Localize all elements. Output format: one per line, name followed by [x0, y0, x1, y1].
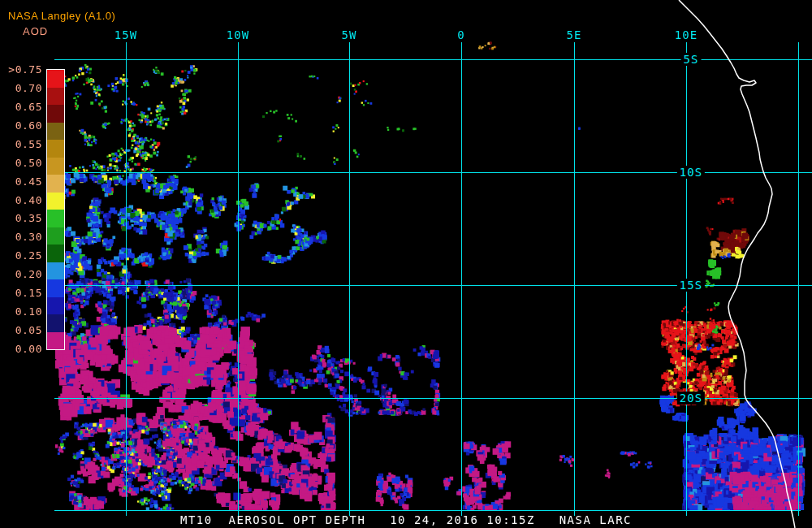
- legend-value-label: 0.55: [0, 137, 42, 149]
- product-subtitle: AOD: [23, 25, 48, 37]
- legend-band: [47, 332, 64, 350]
- legend-value-label: 0.20: [0, 268, 42, 280]
- legend-value-label: 0.50: [0, 156, 42, 168]
- legend-value-label: 0.00: [0, 343, 42, 355]
- legend-band: [47, 262, 64, 280]
- lat-label: 10S: [677, 166, 705, 179]
- aerosol-map-canvas: [0, 0, 812, 528]
- legend-band: [47, 158, 64, 175]
- legend-band: [47, 297, 64, 315]
- legend-band: [47, 140, 64, 158]
- legend-value-label: 0.65: [0, 100, 42, 112]
- legend-value-label: 0.45: [0, 175, 42, 187]
- product-title: NASA Langley (A1.0): [8, 10, 115, 22]
- lon-label: 15W: [114, 28, 137, 41]
- lon-label: 10W: [227, 28, 249, 41]
- legend-value-label: 0.15: [0, 287, 42, 299]
- legend-band: [47, 210, 64, 227]
- legend-band: [47, 279, 64, 297]
- legend-band: [47, 245, 64, 262]
- lat-label: 5S: [681, 53, 702, 66]
- legend-value-label: 0.25: [0, 249, 42, 262]
- legend-band: [47, 227, 64, 245]
- legend-band: [47, 193, 64, 210]
- legend-band: [47, 88, 64, 106]
- legend-value-label: >0.75: [0, 63, 42, 76]
- lon-label: 5E: [567, 28, 582, 41]
- legend-value-label: 0.10: [0, 305, 42, 318]
- legend-band: [47, 175, 64, 193]
- legend-band: [47, 314, 64, 332]
- legend-value-label: 0.40: [0, 193, 42, 206]
- legend-value-label: 0.60: [0, 119, 42, 131]
- footer-caption: MT10 AEROSOL OPT DEPTH 10 24, 2016 10:15…: [0, 513, 812, 526]
- legend-value-label: 0.30: [0, 231, 42, 243]
- legend-band: [47, 70, 64, 88]
- legend-band: [47, 105, 64, 123]
- legend-value-label: 0.70: [0, 81, 42, 93]
- legend-value-label: 0.05: [0, 324, 42, 336]
- aod-color-scale-bar: [46, 69, 65, 350]
- lon-label: 0: [457, 28, 464, 41]
- legend-band: [47, 123, 64, 141]
- aod-satellite-map-screen: NASA Langley (A1.0) AOD >0.750.700.650.6…: [0, 0, 812, 528]
- lon-label: 5W: [342, 28, 357, 41]
- lon-label: 10E: [675, 28, 698, 41]
- lat-label: 20S: [677, 392, 705, 405]
- legend-value-label: 0.35: [0, 212, 42, 224]
- lat-label: 15S: [677, 279, 705, 292]
